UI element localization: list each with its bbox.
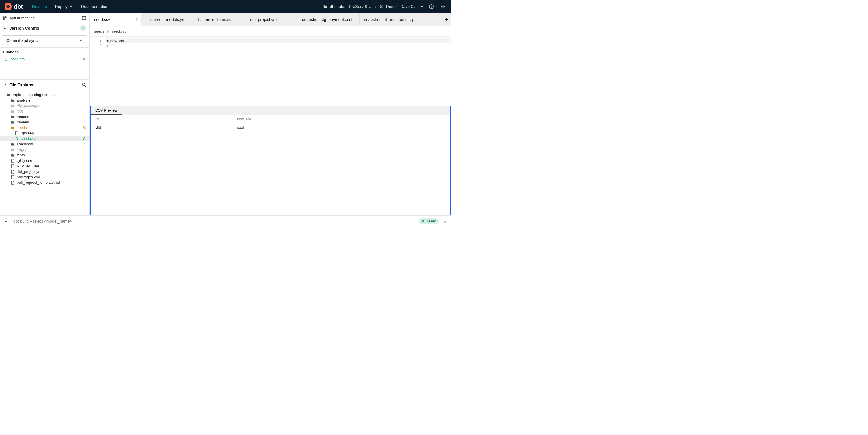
tree-item[interactable]: tests <box>0 152 89 158</box>
file-icon <box>11 175 15 179</box>
version-control-header[interactable]: Version Control 1 <box>0 23 89 33</box>
tree-item[interactable]: macros <box>0 114 89 120</box>
branch-row[interactable]: sqlfluff-meeting <box>0 13 89 23</box>
column-header: new_col <box>232 115 450 123</box>
change-item[interactable]: seed.csvA <box>0 56 89 62</box>
logo-text: dbt <box>14 3 23 10</box>
top-navbar: dbt Develop Deploy Documentation dbt Lab… <box>0 0 451 13</box>
book-icon[interactable] <box>82 16 86 21</box>
chevron-down-icon <box>3 83 7 87</box>
svg-point-8 <box>445 221 445 222</box>
search-icon[interactable] <box>82 82 86 87</box>
logo[interactable]: dbt <box>4 3 23 11</box>
tree-item[interactable]: README.md <box>0 163 89 169</box>
breadcrumb-segment[interactable]: seeds <box>94 29 104 33</box>
help-button[interactable]: ? <box>427 2 436 11</box>
chevron-down-icon <box>79 38 83 42</box>
org-name: dbt Labs - ProServ S… <box>330 4 371 9</box>
tree-item[interactable]: dbt_packages <box>0 103 89 108</box>
editor-breadcrumb: seeds seed.csv <box>90 26 451 37</box>
kebab-menu-icon[interactable] <box>443 219 447 224</box>
chevron-up-icon[interactable] <box>4 219 8 223</box>
folder-icon <box>11 115 15 119</box>
tree-item[interactable]: seed.csvA <box>0 136 89 141</box>
csv-preview-tab[interactable]: CSV Preview <box>91 106 122 115</box>
settings-button[interactable] <box>439 2 447 11</box>
tree-item[interactable]: snapshots <box>0 141 89 147</box>
editor-tab[interactable]: snapshot_int_line_items.sql <box>360 13 421 26</box>
folder-icon <box>11 98 15 102</box>
folder-open-icon <box>7 93 11 97</box>
tree-item[interactable]: models <box>0 120 89 125</box>
code-editor[interactable]: 12 id,new_coldbt,cool <box>90 37 451 106</box>
nav-links: Develop Deploy Documentation <box>29 0 111 13</box>
tree-item[interactable]: target <box>0 147 89 152</box>
svg-point-5 <box>5 16 7 18</box>
editor-tab[interactable]: _finance__models.yml <box>142 13 193 26</box>
chevron-down-icon <box>3 26 7 30</box>
editor-tab[interactable]: snapshot_stg_payments.sql <box>298 13 360 26</box>
file-icon <box>11 170 15 174</box>
tree-item[interactable]: seedsM <box>0 125 89 130</box>
breadcrumb-segment[interactable]: seed.csv <box>112 29 126 33</box>
svg-point-7 <box>445 219 445 220</box>
chevron-right-icon <box>106 29 110 33</box>
project-name: SL Demo - Dave C… <box>380 4 418 9</box>
editor-tab[interactable]: dbt_project.yml <box>245 13 298 26</box>
svg-point-9 <box>445 222 445 223</box>
folder-icon <box>11 142 15 146</box>
svg-point-2 <box>442 6 443 7</box>
vc-change-count: 1 <box>80 25 86 31</box>
folder-icon <box>323 5 328 9</box>
editor-area: seed.csv✕_finance__models.ymlfct_order_i… <box>90 13 451 215</box>
csv-preview-table: idnew_col dbtcool <box>91 115 450 132</box>
sidebar: sqlfluff-meeting Version Control 1 Commi… <box>0 13 90 215</box>
nav-documentation[interactable]: Documentation <box>78 0 111 13</box>
status-dot-icon <box>422 220 424 223</box>
folder-icon <box>11 104 15 108</box>
tree-item[interactable]: .gitignore <box>0 158 89 163</box>
gear-icon <box>440 4 445 9</box>
close-icon[interactable]: ✕ <box>135 17 139 22</box>
org-project-crumb[interactable]: dbt Labs - ProServ S… / SL Demo - Dave C… <box>323 4 424 9</box>
commit-and-sync-button[interactable]: Commit and sync <box>2 35 87 45</box>
tree-item[interactable]: analysis <box>0 98 89 103</box>
new-tab-button[interactable]: + <box>442 13 451 26</box>
command-input[interactable] <box>13 219 419 224</box>
seed-icon <box>4 57 8 61</box>
command-bar: Ready <box>0 215 451 227</box>
folder-icon <box>11 148 15 152</box>
tree-item[interactable]: packages.yml <box>0 174 89 180</box>
code-body[interactable]: id,new_coldbt,cool <box>104 37 451 106</box>
tree-item[interactable]: rapid-onboarding-exemplar <box>0 92 89 98</box>
svg-point-6 <box>82 83 85 86</box>
svg-point-4 <box>3 19 5 20</box>
nav-deploy[interactable]: Deploy <box>52 0 76 13</box>
folder-icon <box>11 153 15 157</box>
editor-tab[interactable]: fct_order_items.sql <box>193 13 245 26</box>
tree-item[interactable]: logs <box>0 108 89 114</box>
file-icon <box>11 164 15 168</box>
table-row: dbtcool <box>91 123 450 132</box>
tree-item[interactable]: .gitkeep <box>0 130 89 136</box>
chevron-down-icon <box>69 5 73 9</box>
folder-icon <box>11 120 15 124</box>
file-icon <box>15 131 19 135</box>
svg-point-3 <box>3 16 5 18</box>
tree-item[interactable]: dbt_project.yml <box>0 169 89 174</box>
file-explorer-header[interactable]: File Explorer <box>0 79 89 90</box>
git-branch-icon <box>3 16 7 20</box>
help-icon: ? <box>429 4 434 9</box>
folder-open-icon <box>11 126 15 130</box>
status-pill: Ready <box>419 219 439 224</box>
folder-icon <box>11 109 15 113</box>
csv-preview-panel: CSV Preview idnew_col dbtcool <box>90 106 451 215</box>
svg-text:?: ? <box>431 5 432 8</box>
nav-develop[interactable]: Develop <box>29 0 50 13</box>
file-icon <box>11 180 15 185</box>
tree-item[interactable]: pull_request_template.md <box>0 180 89 185</box>
branch-name: sqlfluff-meeting <box>9 16 82 20</box>
chevron-down-icon <box>420 5 424 9</box>
file-tree: rapid-onboarding-exemplaranalysisdbt_pac… <box>0 90 89 187</box>
editor-tab[interactable]: seed.csv✕ <box>90 13 142 26</box>
